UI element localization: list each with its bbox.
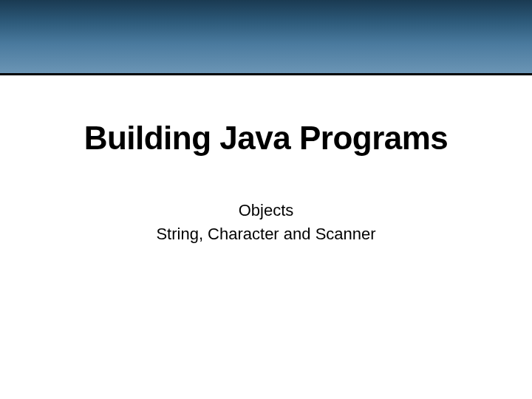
header-band <box>0 0 532 75</box>
slide-subtitle-line2: String, Character and Scanner <box>0 225 532 244</box>
slide-subtitle-line1: Objects <box>0 201 532 220</box>
slide-container: Building Java Programs Objects String, C… <box>0 0 532 399</box>
slide-title: Building Java Programs <box>0 120 532 157</box>
slide-content: Building Java Programs Objects String, C… <box>0 75 532 244</box>
